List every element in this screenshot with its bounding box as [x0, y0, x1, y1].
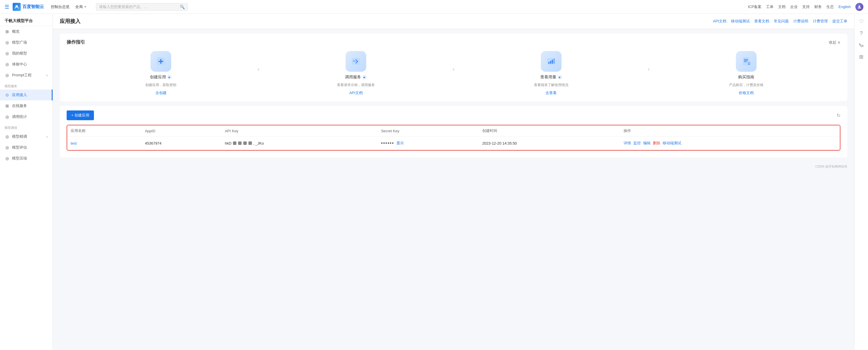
buy-guide-icon: [736, 51, 756, 72]
cell-appid: 45367974: [141, 137, 221, 150]
show-secret-button[interactable]: 显示: [396, 141, 404, 146]
call-service-link[interactable]: API文档: [349, 91, 363, 96]
table-row: test 45367974 hkD , _JKo: [67, 137, 840, 150]
link-billing-desc[interactable]: 计费说明: [793, 19, 808, 24]
sidebar-item-model-plaza[interactable]: ◎ 模型广场: [0, 37, 53, 48]
link-view-docs[interactable]: 查看文档: [754, 19, 769, 24]
app-table-container: 应用名称 AppID API Key Secret Key 创建时间 操作 te…: [67, 125, 840, 151]
link-api-docs[interactable]: API文档: [713, 19, 726, 24]
svg-rect-8: [548, 62, 550, 64]
model-service-label: 模型服务: [0, 81, 53, 90]
play-icon: ▶: [558, 75, 562, 79]
sidebar-item-model-finetune[interactable]: ◎ 模型精调 ∨: [0, 131, 53, 142]
svg-rect-4: [159, 61, 163, 62]
sidebar-item-label: Prompt工程: [12, 73, 44, 78]
sidebar-item-online-service[interactable]: ⊞ 在线服务: [0, 100, 53, 111]
masked-block-3: [243, 141, 247, 145]
link-mobile-test[interactable]: 移动端测试: [731, 19, 750, 24]
sidebar-item-label: 调用统计: [12, 114, 48, 119]
nav-support[interactable]: 支持: [802, 4, 810, 9]
buy-guide-link[interactable]: 价格文档: [739, 91, 754, 96]
footer-note: CSDN @开拓精神拉坯: [53, 162, 854, 171]
nav-enterprise[interactable]: 企业: [790, 4, 798, 9]
guide-step-call-service: 调用服务 ▶ 查看请求示例，调用服务 API文档: [262, 51, 451, 96]
sidebar-item-call-stats[interactable]: ◎ 调用统计: [0, 111, 53, 122]
sidebar-item-label: 模型评估: [12, 145, 48, 150]
header-nav: 控制台总览 全局 ▼: [49, 3, 89, 11]
refresh-icon[interactable]: ↻: [837, 113, 840, 118]
search-icon[interactable]: 🔍: [180, 5, 185, 9]
call-service-desc: 查看请求示例，调用服务: [337, 83, 375, 88]
sidebar-item-label: 模型精调: [12, 134, 44, 139]
link-billing-mgmt[interactable]: 计费管理: [813, 19, 828, 24]
nav-ecosystem[interactable]: 生态: [826, 4, 834, 9]
sidebar-phone-icon[interactable]: [859, 42, 864, 48]
api-key-value: hkD , _JKo: [225, 141, 374, 145]
nav-console[interactable]: 控制台总览: [49, 3, 72, 11]
app-name-link[interactable]: test: [71, 141, 77, 145]
link-submit-ticket[interactable]: 提交工单: [832, 19, 847, 24]
sidebar-item-my-model[interactable]: ◎ 我的模型: [0, 48, 53, 59]
page-title: 应用接入: [60, 18, 81, 25]
col-actions: 操作: [620, 126, 840, 137]
svg-rect-6: [353, 61, 355, 61]
logo: 百度智能云: [13, 3, 44, 11]
sidebar-item-model-eval[interactable]: ◎ 模型评估: [0, 142, 53, 153]
masked-block-1: [233, 141, 237, 145]
sidebar-item-model-compress[interactable]: ◎ 模型压缩: [0, 153, 53, 164]
action-delete[interactable]: 删除: [653, 141, 660, 146]
right-sidebar: ♡ ? ⊞: [854, 14, 868, 350]
app-access-icon: ⊙: [5, 92, 10, 98]
page-header: 应用接入 API文档 移动端测试 查看文档 常见问题 计费说明 计费管理 提交工…: [53, 14, 854, 29]
masked-block-4: [248, 141, 252, 145]
play-icon: ▶: [362, 75, 367, 79]
action-detail[interactable]: 详情: [624, 141, 631, 146]
api-key-suffix: , _JKo: [253, 141, 264, 145]
svg-rect-18: [748, 63, 750, 64]
sidebar-heart-icon[interactable]: ♡: [859, 19, 864, 25]
logo-text: 百度智能云: [22, 4, 44, 9]
cell-api-key: hkD , _JKo: [221, 137, 378, 150]
create-app-link[interactable]: 去创建: [155, 91, 166, 96]
sidebar: 千帆大模型平台 ⊞ 概览 ◎ 模型广场 ◎ 我的模型 ◎ 体验中心 ◎ Prom…: [0, 14, 53, 350]
arrow-icon: ›: [453, 66, 455, 81]
sidebar-item-label: 模型压缩: [12, 156, 48, 161]
sidebar-question-icon[interactable]: ?: [860, 30, 863, 36]
collapse-button[interactable]: 收起 ∧: [829, 40, 840, 45]
sidebar-platform: 千帆大模型平台: [0, 14, 53, 26]
guide-step-check-usage: 查看用量 ▶ 查看报表了解使用情况 去查看: [457, 51, 645, 96]
action-edit[interactable]: 编辑: [643, 141, 651, 146]
check-usage-link[interactable]: 去查看: [546, 91, 557, 96]
nav-global[interactable]: 全局 ▼: [73, 3, 89, 11]
secret-key-area: •••••• 显示: [381, 141, 475, 146]
header: ☰ 百度智能云 控制台总览 全局 ▼ 🔍 ICP备案 工单 文档 企业 支持 财…: [0, 0, 868, 14]
sidebar-item-prompt[interactable]: ◎ Prompt工程 ∨: [0, 70, 53, 81]
action-monitor[interactable]: 监控: [633, 141, 641, 146]
overview-icon: ⊞: [5, 29, 10, 34]
sidebar-item-overview[interactable]: ⊞ 概览: [0, 26, 53, 37]
sidebar-item-label: 应用接入: [12, 92, 47, 98]
secret-dots: ••••••: [381, 141, 394, 146]
language-switch[interactable]: English: [838, 5, 851, 9]
menu-icon[interactable]: ☰: [5, 4, 9, 10]
sidebar-item-experience[interactable]: ◎ 体验中心: [0, 59, 53, 70]
link-faq[interactable]: 常见问题: [774, 19, 789, 24]
search-input[interactable]: [99, 5, 178, 9]
nav-icp[interactable]: ICP备案: [748, 4, 762, 9]
cell-created-time: 2023-12-20 14:35:50: [479, 137, 620, 150]
table-header-row: 应用名称 AppID API Key Secret Key 创建时间 操作: [67, 126, 840, 137]
svg-rect-17: [748, 63, 750, 63]
col-created-time: 创建时间: [479, 126, 620, 137]
sidebar-grid-icon[interactable]: ⊞: [859, 54, 863, 60]
avatar[interactable]: [855, 3, 863, 11]
search-box: 🔍: [96, 3, 188, 11]
api-key-prefix: hkD: [225, 141, 231, 145]
model-tuning-label: 模型调优: [0, 122, 53, 131]
sidebar-item-app-access[interactable]: ⊙ 应用接入: [0, 90, 53, 100]
svg-rect-10: [552, 60, 553, 64]
create-app-button[interactable]: + 创建应用: [67, 110, 94, 120]
nav-docs[interactable]: 文档: [778, 4, 785, 9]
nav-ticket[interactable]: 工单: [766, 4, 774, 9]
action-mobile-test[interactable]: 移动端测试: [663, 141, 681, 146]
nav-finance[interactable]: 财务: [814, 4, 822, 9]
